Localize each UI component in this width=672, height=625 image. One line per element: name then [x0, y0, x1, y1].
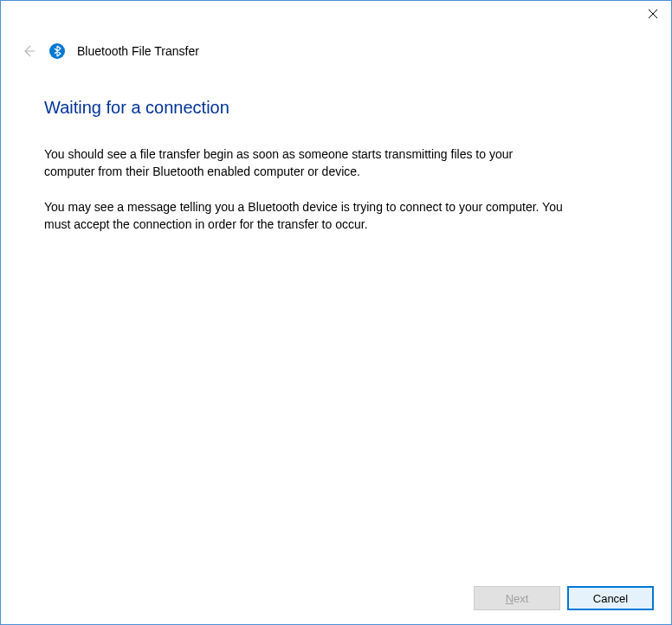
wizard-header: Bluetooth File Transfer [1, 27, 671, 60]
instruction-text-1: You should see a file transfer begin as … [44, 145, 564, 181]
titlebar [1, 1, 671, 27]
back-button[interactable] [20, 42, 37, 60]
next-label-rest: ext [514, 592, 528, 605]
cancel-label: Cancel [593, 592, 628, 605]
cancel-button[interactable]: Cancel [567, 586, 654, 610]
close-icon [648, 9, 658, 19]
content-area: Waiting for a connection You should see … [1, 60, 671, 233]
wizard-title: Bluetooth File Transfer [77, 44, 199, 58]
next-mnemonic: N [506, 592, 514, 605]
instruction-text-2: You may see a message telling you a Blue… [44, 198, 564, 234]
button-footer: Next Cancel [474, 586, 654, 610]
close-button[interactable] [647, 8, 659, 20]
wizard-window: Bluetooth File Transfer Waiting for a co… [0, 0, 672, 625]
bluetooth-icon [49, 43, 65, 59]
back-arrow-icon [22, 44, 36, 58]
next-button: Next [474, 586, 560, 610]
page-heading: Waiting for a connection [44, 98, 628, 118]
